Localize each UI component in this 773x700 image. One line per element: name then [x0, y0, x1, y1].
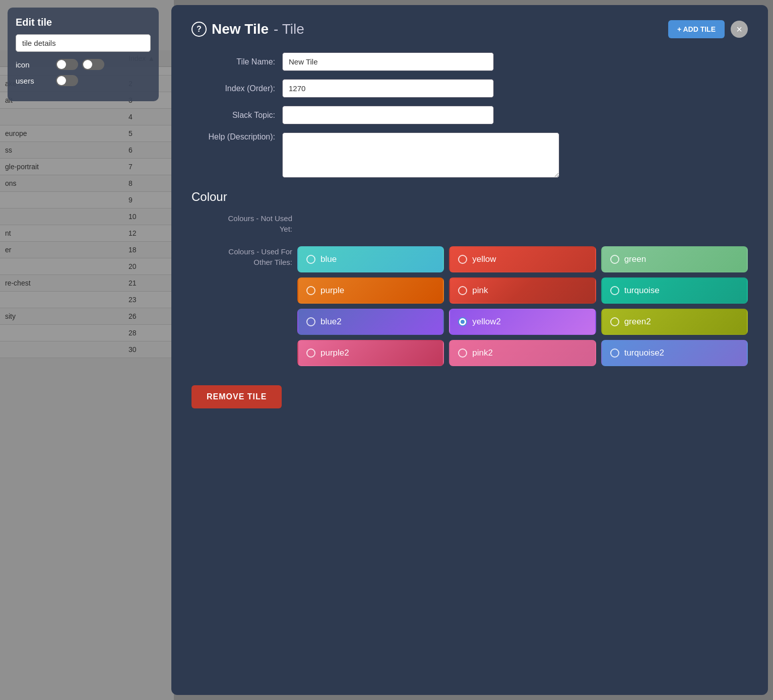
icon-toggle2[interactable]	[82, 59, 104, 70]
modal-title: ? New Tile - Tile	[191, 21, 304, 37]
colour-radio-turquoise	[610, 286, 619, 295]
colour-label-turquoise2: turquoise2	[624, 348, 664, 358]
colour-label-purple2: purple2	[320, 348, 349, 358]
used-label: Colours - Used ForOther Tiles:	[191, 246, 292, 267]
edit-tile-title: Edit tile	[16, 17, 151, 28]
help-desc-textarea[interactable]	[282, 132, 559, 178]
colour-tile-green[interactable]: green	[601, 246, 748, 272]
users-toggle-row: users	[16, 75, 151, 86]
colour-radio-purple	[306, 286, 315, 295]
not-used-colours-row: Colours - Not UsedYet:	[191, 213, 748, 239]
colour-radio-pink2	[458, 348, 467, 358]
colour-label-yellow2: yellow2	[472, 317, 501, 327]
colour-tile-turquoise[interactable]: turquoise	[601, 277, 748, 304]
colour-tile-yellow2[interactable]: yellow2	[449, 309, 596, 335]
help-desc-label: Help (Description):	[191, 132, 282, 142]
colour-label-pink2: pink2	[472, 348, 493, 358]
index-order-group: Index (Order):	[191, 79, 748, 98]
close-button[interactable]: ×	[731, 21, 748, 38]
colour-label-blue2: blue2	[320, 317, 342, 327]
colour-radio-purple2	[306, 348, 315, 358]
index-order-input[interactable]	[282, 79, 494, 98]
colour-tile-purple2[interactable]: purple2	[297, 340, 444, 366]
colour-radio-blue	[306, 255, 315, 264]
colour-tile-purple[interactable]: purple	[297, 277, 444, 304]
icon-label: icon	[16, 60, 51, 69]
colour-radio-blue2	[306, 317, 315, 326]
colour-grid: blueyellowgreenpurplepinkturquoiseblue2y…	[297, 246, 748, 366]
modal-title-bold: New Tile	[212, 21, 269, 37]
colour-radio-yellow	[458, 255, 467, 264]
colour-tile-yellow[interactable]: yellow	[449, 246, 596, 272]
colour-tile-pink2[interactable]: pink2	[449, 340, 596, 366]
colour-label-pink: pink	[472, 286, 488, 296]
remove-tile-button[interactable]: REMOVE TILE	[191, 385, 282, 408]
icon-toggle2-knob	[83, 60, 92, 69]
colour-radio-green	[610, 255, 619, 264]
index-order-label: Index (Order):	[191, 84, 282, 93]
colour-tile-blue2[interactable]: blue2	[297, 309, 444, 335]
colour-heading: Colour	[191, 190, 748, 204]
help-icon: ?	[191, 22, 207, 37]
colour-radio-turquoise2	[610, 348, 619, 358]
icon-toggle-knob	[57, 60, 66, 69]
users-label: users	[16, 77, 51, 85]
icon-toggle[interactable]	[56, 59, 78, 70]
colour-section: Colour Colours - Not UsedYet: Colours - …	[191, 190, 748, 366]
colour-radio-yellow2	[458, 317, 467, 326]
colour-label-green: green	[624, 254, 646, 264]
colour-label-turquoise: turquoise	[624, 286, 660, 296]
not-used-label: Colours - Not UsedYet:	[191, 213, 292, 234]
colour-radio-pink	[458, 286, 467, 295]
tile-name-group: Tile Name:	[191, 52, 748, 71]
colour-tile-green2[interactable]: green2	[601, 309, 748, 335]
colour-tile-blue[interactable]: blue	[297, 246, 444, 272]
icon-toggle-row: icon	[16, 59, 151, 70]
tile-name-input[interactable]	[282, 52, 494, 71]
slack-topic-label: Slack Topic:	[191, 111, 282, 120]
modal-title-suffix: - Tile	[274, 21, 304, 37]
modal-header: ? New Tile - Tile + ADD TILE ×	[191, 20, 748, 38]
colour-label-green2: green2	[624, 317, 651, 327]
modal: ? New Tile - Tile + ADD TILE × Tile Name…	[171, 5, 768, 695]
used-colours-row: Colours - Used ForOther Tiles: blueyello…	[191, 246, 748, 366]
users-toggle-knob	[57, 76, 66, 85]
colour-label-purple: purple	[320, 286, 344, 296]
users-toggle[interactable]	[56, 75, 78, 86]
help-desc-group: Help (Description):	[191, 132, 748, 178]
slack-topic-input[interactable]	[282, 106, 494, 124]
colour-label-yellow: yellow	[472, 254, 496, 264]
edit-tile-panel: Edit tile icon users	[8, 8, 159, 101]
slack-topic-group: Slack Topic:	[191, 106, 748, 124]
colour-label-blue: blue	[320, 254, 337, 264]
colour-radio-green2	[610, 317, 619, 326]
colour-tile-turquoise2[interactable]: turquoise2	[601, 340, 748, 366]
colour-tile-pink[interactable]: pink	[449, 277, 596, 304]
add-tile-button[interactable]: + ADD TILE	[668, 20, 725, 38]
tile-name-label: Tile Name:	[191, 57, 282, 66]
tile-details-input[interactable]	[16, 34, 151, 52]
